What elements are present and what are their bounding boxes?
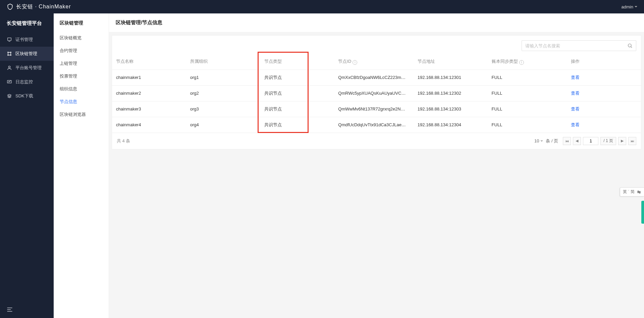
cell-org: org2 (186, 85, 260, 101)
cell-name: chainmaker1 (112, 70, 186, 85)
sub-org[interactable]: 组织信息 (54, 83, 109, 95)
view-link[interactable]: 查看 (571, 75, 580, 80)
panel-footer: 共 4 条 10 条 / 页 ⏮ ◀ / 1 页 ▶ ⏭ (112, 133, 641, 149)
sub-title: 区块链管理 (54, 13, 109, 32)
cell-sync: FULL (488, 85, 567, 101)
chain-icon (7, 51, 12, 56)
th-type: 节点类型 (260, 54, 334, 70)
nav-chain[interactable]: 区块链管理 (0, 47, 54, 61)
keyboard-icon (637, 190, 641, 194)
total-text: 共 4 条 (117, 138, 130, 144)
cell-org: org3 (186, 101, 260, 117)
view-link[interactable]: 查看 (571, 106, 580, 111)
svg-rect-0 (8, 38, 11, 41)
sub-contract[interactable]: 合约管理 (54, 44, 109, 57)
nav-label: 平台账号管理 (15, 65, 42, 71)
cell-action: 查看 (567, 70, 641, 85)
page-next[interactable]: ▶ (618, 137, 626, 145)
view-link[interactable]: 查看 (571, 122, 580, 127)
page-first[interactable]: ⏮ (563, 137, 571, 145)
svg-point-5 (8, 66, 10, 68)
user-name: admin (622, 4, 633, 9)
cell-id: QmRWc5ypXUAQsKuAUyaUVC… (334, 85, 414, 101)
topbar: 长安链 · ChainMaker admin (0, 0, 644, 13)
cell-org: org1 (186, 70, 260, 85)
th-id: 节点IDi (334, 54, 414, 70)
panel-toolbar (112, 36, 641, 54)
cell-addr: 192.168.88.134:12301 (414, 70, 488, 85)
shield-icon (7, 3, 13, 10)
sub-overview[interactable]: 区块链概览 (54, 32, 109, 44)
table-row: chainmaker2org2共识节点QmRWc5ypXUAQsKuAUyaUV… (112, 85, 641, 101)
node-table: 节点名称 所属组织 节点类型 节点IDi 节点地址 账本同步类型i 操作 cha… (112, 54, 641, 133)
th-org: 所属组织 (186, 54, 260, 70)
nav-sdk[interactable]: SDK下载 (0, 89, 54, 103)
logo-text: 长安链 · ChainMaker (16, 3, 71, 10)
cert-icon (7, 37, 12, 42)
nav-account[interactable]: 平台账号管理 (0, 61, 54, 75)
sidebar-secondary: 区块链管理 区块链概览 合约管理 上链管理 投票管理 组织信息 节点信息 区块链… (54, 13, 109, 318)
cell-addr: 192.168.88.134:12304 (414, 117, 488, 133)
table-row: chainmaker4org4共识节点QmdfUcDdqUvTtx91dCa3C… (112, 117, 641, 133)
caret-down-icon (635, 6, 637, 7)
search-box[interactable] (522, 40, 636, 51)
cell-type: 共识节点 (260, 85, 334, 101)
cell-name: chainmaker3 (112, 101, 186, 117)
cell-name: chainmaker2 (112, 85, 186, 101)
table-row: chainmaker1org1共识节点QmXxCBfzDgoaNW6LcCZ22… (112, 70, 641, 85)
sub-vote[interactable]: 投票管理 (54, 70, 109, 83)
cell-id: QmdfUcDdqUvTtx91dCa3CJLae… (334, 117, 414, 133)
side-handle[interactable] (641, 201, 644, 224)
cell-type: 共识节点 (260, 117, 334, 133)
cell-action: 查看 (567, 85, 641, 101)
page-prev[interactable]: ◀ (573, 137, 581, 145)
nav-log[interactable]: 日志监控 (0, 75, 54, 89)
th-addr: 节点地址 (414, 54, 488, 70)
search-icon (627, 43, 633, 48)
cell-action: 查看 (567, 101, 641, 117)
user-icon (7, 65, 12, 71)
info-icon[interactable]: i (353, 60, 357, 65)
user-menu[interactable]: admin (622, 4, 637, 9)
nav-label: 日志监控 (15, 79, 33, 85)
cell-sync: FULL (488, 117, 567, 133)
monitor-icon (7, 79, 12, 85)
svg-point-3 (8, 55, 9, 56)
download-icon (7, 93, 12, 99)
nav-cert[interactable]: 证书管理 (0, 33, 54, 47)
table-row: chainmaker3org3共识节点QmWwMv6Nt137R72grxrq2… (112, 101, 641, 117)
cell-name: chainmaker4 (112, 117, 186, 133)
pager: 10 条 / 页 ⏮ ◀ / 1 页 ▶ ⏭ (534, 137, 636, 145)
svg-point-1 (8, 52, 9, 53)
ime-indicator[interactable]: 英 ˙ 简 (620, 187, 644, 196)
sub-node[interactable]: 节点信息 (54, 95, 109, 108)
page-size-select[interactable]: 10 条 / 页 (534, 138, 558, 144)
th-sync: 账本同步类型i (488, 54, 567, 70)
table-header-row: 节点名称 所属组织 节点类型 节点IDi 节点地址 账本同步类型i 操作 (112, 54, 641, 70)
sub-explorer[interactable]: 区块链浏览器 (54, 108, 109, 121)
th-action: 操作 (567, 54, 641, 70)
caret-down-icon (540, 140, 543, 142)
nav-label: SDK下载 (15, 93, 33, 99)
svg-point-7 (628, 44, 631, 47)
page-input[interactable] (583, 137, 598, 145)
sidebar-title: 长安链管理平台 (0, 13, 54, 33)
cell-type: 共识节点 (260, 101, 334, 117)
sub-onchain[interactable]: 上链管理 (54, 57, 109, 70)
nav-label: 区块链管理 (15, 51, 37, 57)
cell-org: org4 (186, 117, 260, 133)
collapse-icon (7, 307, 13, 312)
view-link[interactable]: 查看 (571, 91, 580, 96)
search-input[interactable] (525, 43, 627, 48)
content-area: 区块链管理/节点信息 节点名称 所属组织 节点类型 节点IDi (109, 13, 644, 318)
panel: 节点名称 所属组织 节点类型 节点IDi 节点地址 账本同步类型i 操作 cha… (112, 35, 641, 149)
info-icon[interactable]: i (519, 60, 524, 65)
page-total: / 1 页 (600, 137, 616, 145)
page-last[interactable]: ⏭ (628, 137, 636, 145)
cell-addr: 192.168.88.134:12302 (414, 85, 488, 101)
cell-sync: FULL (488, 70, 567, 85)
th-name: 节点名称 (112, 54, 186, 70)
logo: 长安链 · ChainMaker (7, 3, 71, 10)
svg-point-2 (10, 52, 11, 53)
sidebar-collapse[interactable] (0, 301, 54, 318)
